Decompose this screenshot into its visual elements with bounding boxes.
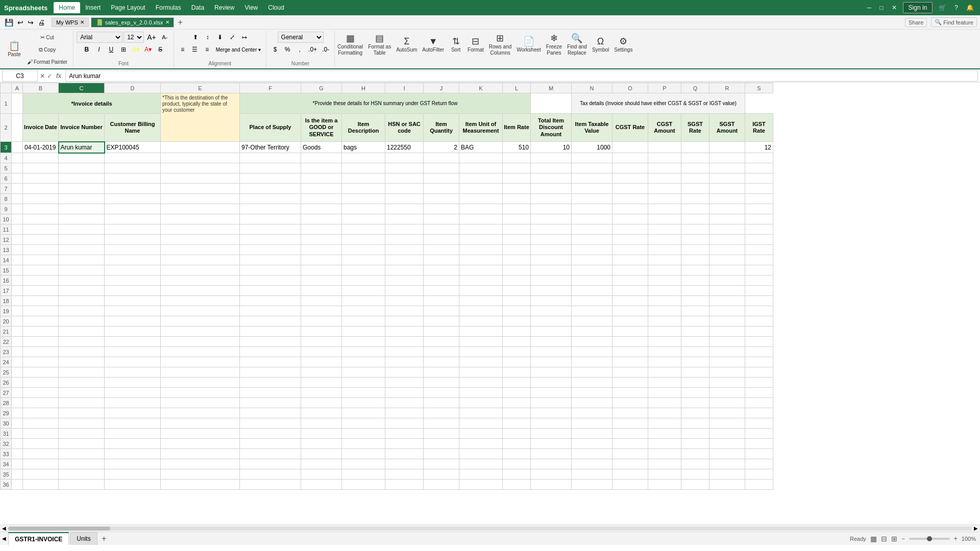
- cell-n3[interactable]: 1000: [572, 142, 612, 153]
- decrease-font-icon[interactable]: A-: [159, 32, 170, 43]
- col-header-e[interactable]: E: [161, 83, 240, 93]
- cell-d3[interactable]: EXP100045: [105, 142, 161, 153]
- cell-f1[interactable]: *Provide these details for HSN summary u…: [240, 93, 531, 114]
- cell-g2[interactable]: Is the item a GOOD or SERVICE: [301, 114, 342, 142]
- indent-button[interactable]: ↦: [239, 32, 250, 43]
- col-header-h[interactable]: H: [342, 83, 385, 93]
- align-middle-button[interactable]: ↕: [202, 32, 213, 43]
- cell-q3[interactable]: [681, 142, 709, 153]
- paste-button[interactable]: 📋 Paste: [5, 36, 23, 63]
- cell-o3[interactable]: [612, 142, 648, 153]
- minimize-icon[interactable]: ─: [865, 4, 874, 11]
- bold-button[interactable]: B: [81, 44, 92, 55]
- border-button[interactable]: ⊞: [118, 44, 129, 55]
- my-wps-tab[interactable]: My WPS ✕: [52, 18, 89, 27]
- col-header-c[interactable]: C: [59, 83, 105, 93]
- autofilter-button[interactable]: ▼ AutoFilter: [420, 31, 447, 59]
- cell-n1[interactable]: Tax details (Invoice should have either …: [572, 93, 745, 114]
- cell-d2[interactable]: Customer Billing Name: [105, 114, 161, 142]
- col-header-q[interactable]: Q: [681, 83, 709, 93]
- settings-button[interactable]: ⚙ Settings: [611, 31, 635, 59]
- tab-page-layout[interactable]: Page Layout: [106, 2, 150, 13]
- sheet-tab-gstr1[interactable]: GSTR1-INVOICE: [8, 532, 69, 545]
- col-header-a[interactable]: A: [12, 83, 23, 93]
- cell-a3[interactable]: [12, 142, 23, 153]
- undo-icon[interactable]: ↩: [16, 17, 25, 28]
- redo-icon[interactable]: ↪: [26, 17, 35, 28]
- cell-h3[interactable]: bags: [342, 142, 385, 153]
- sheet-tab-units[interactable]: Units: [70, 532, 97, 545]
- cell-n2[interactable]: Item Taxable Value: [572, 114, 612, 142]
- col-header-p[interactable]: P: [648, 83, 681, 93]
- save-icon[interactable]: 💾: [3, 17, 15, 28]
- zoom-in-icon[interactable]: +: [954, 535, 958, 542]
- confirm-icon[interactable]: ✓: [47, 72, 52, 80]
- underline-button[interactable]: U: [106, 44, 117, 55]
- autosum-button[interactable]: Σ AutoSum: [394, 31, 420, 59]
- format-button[interactable]: ⊟ Format: [465, 31, 486, 59]
- cell-c2[interactable]: Invoice Number: [59, 114, 105, 142]
- cell-k2[interactable]: Item Unit of Measurement: [459, 114, 503, 142]
- tab-cloud[interactable]: Cloud: [263, 2, 289, 13]
- sheet-nav-left[interactable]: ◀: [0, 532, 8, 545]
- col-header-k[interactable]: K: [459, 83, 503, 93]
- cell-m2[interactable]: Total Item Discount Amount: [531, 114, 572, 142]
- tab-insert[interactable]: Insert: [80, 2, 106, 13]
- tab-review[interactable]: Review: [209, 2, 239, 13]
- italic-button[interactable]: I: [93, 44, 105, 55]
- cell-c3[interactable]: Arun kumar: [59, 142, 105, 153]
- col-header-m[interactable]: M: [531, 83, 572, 93]
- cell-i3[interactable]: 1222550: [385, 142, 424, 153]
- cell-s2[interactable]: IGST Rate: [745, 114, 773, 142]
- help-icon[interactable]: ?: [952, 4, 960, 11]
- cell-h2[interactable]: Item Description: [342, 114, 385, 142]
- tab-home[interactable]: Home: [54, 2, 80, 13]
- font-name-select[interactable]: Arial: [77, 32, 122, 43]
- print-icon[interactable]: 🖨: [36, 17, 46, 28]
- cell-o2[interactable]: CGST Rate: [612, 114, 648, 142]
- col-header-b[interactable]: B: [23, 83, 59, 93]
- find-and-replace-button[interactable]: 🔍 Find andReplace: [565, 31, 590, 59]
- close-icon[interactable]: ✕: [890, 4, 899, 11]
- cell-reference-input[interactable]: [2, 70, 38, 82]
- cell-b1[interactable]: *Invoice details: [23, 93, 161, 114]
- page-break-view-icon[interactable]: ⊞: [891, 535, 897, 543]
- cell-p2[interactable]: CGST Amount: [648, 114, 681, 142]
- horizontal-scrollbar[interactable]: ◀ ▶: [0, 524, 980, 532]
- thousands-button[interactable]: ,: [294, 44, 305, 55]
- format-painter-button[interactable]: 🖌 Format Painter: [24, 56, 70, 67]
- cancel-icon[interactable]: ✕: [40, 72, 45, 80]
- cell-e3[interactable]: [161, 142, 240, 153]
- file-close-icon[interactable]: ✕: [165, 19, 169, 25]
- tab-formulas[interactable]: Formulas: [151, 2, 186, 13]
- scroll-thumb[interactable]: [8, 527, 110, 531]
- tab-view[interactable]: View: [239, 2, 263, 13]
- scroll-left-icon[interactable]: ◀: [0, 525, 8, 531]
- cart-icon[interactable]: 🛒: [937, 4, 948, 11]
- strikethrough-button[interactable]: S: [155, 44, 166, 55]
- cell-l3[interactable]: 510: [503, 142, 531, 153]
- dec-increase-button[interactable]: .0+: [306, 44, 319, 55]
- my-wps-close[interactable]: ✕: [80, 19, 84, 25]
- font-size-select[interactable]: 12: [124, 32, 144, 43]
- merge-and-center-button[interactable]: Merge and Center ▾: [214, 44, 263, 55]
- cell-k3[interactable]: BAG: [459, 142, 503, 153]
- fill-color-button[interactable]: A▾: [130, 44, 141, 55]
- scroll-track[interactable]: [8, 527, 972, 531]
- maximize-icon[interactable]: □: [877, 4, 885, 11]
- number-format-select[interactable]: General: [278, 32, 324, 43]
- normal-view-icon[interactable]: ▦: [870, 535, 877, 543]
- page-layout-view-icon[interactable]: ⊟: [881, 535, 887, 543]
- cell-p3[interactable]: [648, 142, 681, 153]
- cell-j3[interactable]: 2: [424, 142, 459, 153]
- align-center-button[interactable]: ☰: [189, 44, 201, 55]
- cell-a1[interactable]: [12, 93, 23, 114]
- zoom-out-icon[interactable]: −: [901, 535, 905, 542]
- cell-g3[interactable]: Goods: [301, 142, 342, 153]
- col-header-g[interactable]: G: [301, 83, 342, 93]
- cell-l2[interactable]: Item Rate: [503, 114, 531, 142]
- currency-button[interactable]: $: [270, 44, 281, 55]
- cell-f3[interactable]: 97-Other Territory: [240, 142, 301, 153]
- col-header-n[interactable]: N: [572, 83, 612, 93]
- rows-and-columns-button[interactable]: ⊞ Rows andColumns: [486, 31, 514, 59]
